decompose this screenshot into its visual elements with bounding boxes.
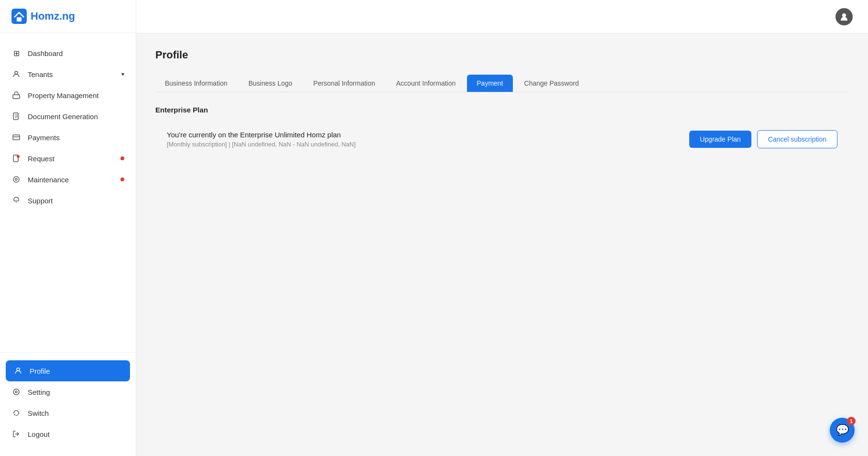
cancel-subscription-button[interactable]: Cancel subscription (757, 130, 837, 148)
sidebar-item-label: Tenants (28, 70, 53, 78)
sidebar-item-label: Document Generation (28, 112, 98, 121)
payment-section: Enterprise Plan You're currently on the … (155, 106, 849, 158)
sidebar-item-label: Setting (28, 388, 50, 396)
switch-icon (11, 408, 21, 418)
sidebar-item-dashboard[interactable]: ⊞ Dashboard (0, 43, 136, 64)
sidebar-item-label: Maintenance (28, 176, 69, 184)
maintenance-icon (11, 175, 21, 184)
svg-rect-3 (13, 95, 20, 99)
sidebar-item-payments[interactable]: Payments (0, 127, 136, 148)
dashboard-icon: ⊞ (11, 48, 21, 58)
setting-icon (11, 387, 21, 397)
profile-icon (13, 366, 23, 376)
logo-icon (11, 9, 27, 24)
profile-tabs: Business Information Business Logo Perso… (155, 75, 849, 92)
sidebar-item-property-management[interactable]: Property Management (0, 85, 136, 106)
tab-business-logo[interactable]: Business Logo (239, 75, 302, 92)
chat-badge: 1 (847, 417, 856, 425)
main-area: Profile Business Information Business Lo… (136, 0, 868, 456)
property-icon (11, 90, 21, 100)
tab-payment[interactable]: Payment (467, 75, 512, 92)
svg-rect-1 (17, 17, 22, 22)
sidebar-item-label: Property Management (28, 91, 98, 100)
sidebar-item-request[interactable]: Request (0, 148, 136, 169)
svg-point-11 (13, 389, 19, 395)
svg-point-12 (15, 391, 17, 393)
content-area: Profile Business Information Business Lo… (136, 33, 868, 456)
sidebar-item-label: Request (28, 155, 54, 163)
svg-rect-0 (11, 9, 27, 24)
upgrade-plan-button[interactable]: Upgrade Plan (689, 131, 751, 148)
support-icon (11, 196, 21, 205)
sidebar-item-label: Profile (30, 367, 50, 375)
sidebar-item-label: Payments (28, 133, 60, 142)
main-nav: ⊞ Dashboard Tenants ▾ Property Managemen… (0, 33, 136, 352)
sidebar-item-label: Logout (28, 430, 50, 438)
sidebar-item-profile[interactable]: Profile (6, 360, 130, 381)
request-badge (120, 156, 124, 160)
logo-area: Homz.ng (0, 0, 136, 33)
chat-icon: 💬 (836, 424, 849, 436)
payments-icon (11, 133, 21, 142)
sidebar-item-document-generation[interactable]: Document Generation (0, 106, 136, 127)
plan-section-title: Enterprise Plan (155, 106, 849, 114)
tab-business-information[interactable]: Business Information (155, 75, 237, 92)
chat-fab[interactable]: 💬 1 (830, 418, 855, 443)
tab-account-information[interactable]: Account Information (387, 75, 466, 92)
plan-card: You're currently on the Enterprise Unlim… (155, 121, 849, 158)
logo-text: Homz.ng (31, 10, 75, 22)
svg-point-13 (842, 13, 846, 17)
svg-rect-5 (13, 135, 20, 140)
plan-details: [Monthly subscription] | [NaN undefined,… (167, 141, 356, 148)
svg-point-2 (15, 71, 18, 74)
svg-point-9 (15, 178, 17, 180)
sidebar-item-label: Switch (28, 409, 49, 417)
request-icon (11, 154, 21, 163)
svg-point-10 (17, 368, 20, 371)
sidebar-item-label: Support (28, 197, 53, 205)
svg-point-7 (17, 155, 20, 158)
sidebar-item-switch[interactable]: Switch (0, 402, 136, 423)
maintenance-badge (120, 178, 124, 181)
tab-personal-information[interactable]: Personal Information (304, 75, 385, 92)
sidebar-item-support[interactable]: Support (0, 190, 136, 211)
sidebar-bottom: Profile Setting Switch Logout (0, 352, 136, 456)
tenants-icon (11, 69, 21, 79)
user-avatar[interactable] (835, 8, 853, 25)
plan-info: You're currently on the Enterprise Unlim… (167, 131, 356, 148)
sidebar-item-maintenance[interactable]: Maintenance (0, 169, 136, 190)
document-icon (11, 111, 21, 121)
tab-change-password[interactable]: Change Password (515, 75, 588, 92)
sidebar-item-logout[interactable]: Logout (0, 423, 136, 445)
svg-point-8 (13, 177, 19, 182)
chevron-down-icon: ▾ (121, 71, 124, 78)
sidebar: Homz.ng ⊞ Dashboard Tenants ▾ Property M… (0, 0, 136, 456)
logout-icon (11, 429, 21, 439)
sidebar-item-tenants[interactable]: Tenants ▾ (0, 64, 136, 85)
plan-name: You're currently on the Enterprise Unlim… (167, 131, 356, 139)
topbar (136, 0, 868, 33)
sidebar-item-setting[interactable]: Setting (0, 381, 136, 402)
sidebar-item-label: Dashboard (28, 49, 63, 57)
page-title: Profile (155, 49, 849, 61)
plan-actions: Upgrade Plan Cancel subscription (689, 130, 837, 148)
